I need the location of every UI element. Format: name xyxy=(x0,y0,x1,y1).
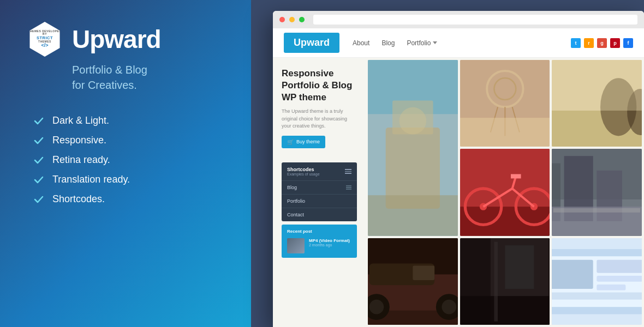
right-panel: Upward About Blog Portfolio t r g p f xyxy=(251,0,644,327)
svg-rect-52 xyxy=(552,259,593,288)
grid-image-vintage-car[interactable] xyxy=(368,238,458,325)
svg-rect-34 xyxy=(553,208,640,213)
hero-text: ResponsivePortfolio & BlogWP theme The U… xyxy=(282,68,357,156)
left-panel: THEMES DEVELOPED BY STRICT THEMES </> Up… xyxy=(0,0,251,327)
grid-image-concrete[interactable] xyxy=(368,60,458,236)
widget-menu-contact[interactable]: Contact xyxy=(282,208,357,221)
nav-item-blog[interactable]: Blog xyxy=(381,39,395,47)
hero-description: The Upward theme is a truly original cho… xyxy=(282,108,357,130)
svg-point-4 xyxy=(399,107,427,135)
grid-image-couple[interactable] xyxy=(552,60,642,147)
widget-menu-blog[interactable]: Blog xyxy=(282,180,357,194)
check-icon-retina xyxy=(33,154,45,166)
feature-retina: Retina ready. xyxy=(33,154,224,166)
post-thumbnail xyxy=(287,238,305,253)
svg-rect-53 xyxy=(597,259,642,272)
widget-subtitle: Examples of usage xyxy=(287,172,320,176)
window-maximize-dot[interactable] xyxy=(299,17,305,22)
svg-rect-47 xyxy=(460,296,550,325)
svg-rect-55 xyxy=(597,284,626,290)
svg-point-40 xyxy=(369,300,384,314)
recent-post-title: Recent post xyxy=(287,229,351,234)
brand-row: THEMES DEVELOPED BY STRICT THEMES </> Up… xyxy=(27,22,224,57)
facebook-icon[interactable]: f xyxy=(623,38,633,48)
window-minimize-dot[interactable] xyxy=(289,17,295,22)
strict-themes-badge: THEMES DEVELOPED BY STRICT THEMES </> xyxy=(27,22,62,57)
site-sidebar: ResponsivePortfolio & BlogWP theme The U… xyxy=(273,58,366,327)
feature-label: Responsive. xyxy=(52,135,106,146)
twitter-icon[interactable]: t xyxy=(571,38,581,48)
feature-shortcodes: Shortcodes. xyxy=(33,193,224,205)
feature-label: Retina ready. xyxy=(52,154,110,166)
nav-item-portfolio[interactable]: Portfolio xyxy=(407,39,437,47)
svg-rect-17 xyxy=(552,60,642,111)
browser-nav-bar xyxy=(273,11,644,28)
svg-rect-12 xyxy=(460,118,550,147)
feature-label: Shortcodes. xyxy=(52,193,105,205)
feature-label: Dark & Light. xyxy=(52,115,109,126)
svg-rect-48 xyxy=(494,241,498,321)
check-icon-shortcodes xyxy=(33,193,45,205)
check-icon-dark-light xyxy=(33,114,45,126)
site-header: Upward About Blog Portfolio t r g p f xyxy=(273,28,644,58)
feature-label: Translation ready. xyxy=(52,174,130,185)
recent-post-item[interactable]: MP4 (Video Format) 2 months ago xyxy=(287,238,351,253)
check-icon-responsive xyxy=(33,134,45,146)
widget-title: Shortcodes xyxy=(287,167,320,172)
site-main xyxy=(366,58,644,327)
svg-rect-56 xyxy=(552,292,642,299)
feature-dark-light: Dark & Light. xyxy=(33,114,224,126)
svg-rect-46 xyxy=(505,245,534,289)
post-title: MP4 (Video Format) xyxy=(309,238,351,243)
social-icons: t r g p f xyxy=(571,38,633,48)
url-bar[interactable] xyxy=(313,15,637,25)
menu-item-icon xyxy=(346,185,351,190)
portfolio-dropdown-arrow xyxy=(433,41,437,44)
svg-rect-43 xyxy=(413,265,434,280)
svg-point-42 xyxy=(442,300,456,314)
site-nav: About Blog Portfolio t r g p f xyxy=(353,38,633,48)
feature-responsive: Responsive. xyxy=(33,134,224,146)
widget-menu-portfolio[interactable]: Portfolio xyxy=(282,194,357,208)
hero-heading: ResponsivePortfolio & BlogWP theme xyxy=(282,68,357,104)
cart-icon: 🛒 xyxy=(287,139,294,145)
window-close-dot[interactable] xyxy=(279,17,285,22)
grid-image-dreamcatcher[interactable] xyxy=(460,60,550,147)
widget-header: Shortcodes Examples of usage xyxy=(282,162,357,180)
nav-item-about[interactable]: About xyxy=(353,39,369,47)
widget-title-group: Shortcodes Examples of usage xyxy=(287,167,320,176)
check-icon-translation xyxy=(33,173,45,185)
rss-icon[interactable]: r xyxy=(584,38,594,48)
feature-translation: Translation ready. xyxy=(33,173,224,185)
post-info: MP4 (Video Format) 2 months ago xyxy=(309,238,351,247)
features-list: Dark & Light. Responsive. Retina ready. xyxy=(27,114,224,205)
svg-rect-54 xyxy=(597,276,642,282)
buy-button[interactable]: 🛒 Buy theme xyxy=(282,136,325,148)
recent-post-widget: Recent post MP4 (Video Format) 2 months … xyxy=(282,225,357,258)
site-content: ResponsivePortfolio & BlogWP theme The U… xyxy=(273,58,644,327)
brand-title: Upward xyxy=(72,25,161,54)
svg-rect-5 xyxy=(368,195,458,235)
post-date: 2 months ago xyxy=(309,243,351,247)
svg-rect-27 xyxy=(511,174,521,179)
grid-image-bike[interactable] xyxy=(460,149,550,235)
widget-menu-icon xyxy=(345,169,351,174)
grid-image-dark-interior[interactable] xyxy=(460,238,550,325)
image-grid xyxy=(366,58,644,327)
grid-image-street[interactable] xyxy=(552,149,642,235)
site-logo[interactable]: Upward xyxy=(284,33,339,53)
tagline: Portfolio & Blogfor Creatives. xyxy=(27,62,224,93)
badge-code-text: </> xyxy=(27,43,62,49)
browser-mockup: Upward About Blog Portfolio t r g p f xyxy=(273,11,644,327)
google-icon[interactable]: g xyxy=(597,38,607,48)
grid-image-tech[interactable] xyxy=(552,238,642,325)
pinterest-icon[interactable]: p xyxy=(610,38,620,48)
shortcodes-widget: Shortcodes Examples of usage Blog xyxy=(282,162,357,221)
